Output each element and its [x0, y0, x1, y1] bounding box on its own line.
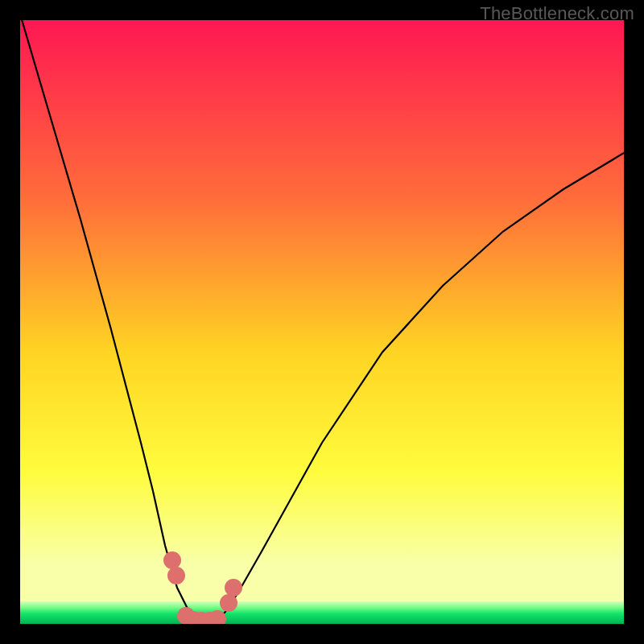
chart-frame: TheBottleneck.com	[0, 0, 644, 644]
plot-area	[20, 20, 624, 624]
data-marker	[167, 567, 185, 584]
data-markers-layer	[20, 20, 624, 624]
data-marker	[208, 610, 226, 624]
data-marker	[225, 579, 242, 597]
watermark-text: TheBottleneck.com	[480, 3, 634, 24]
data-marker	[220, 594, 237, 612]
